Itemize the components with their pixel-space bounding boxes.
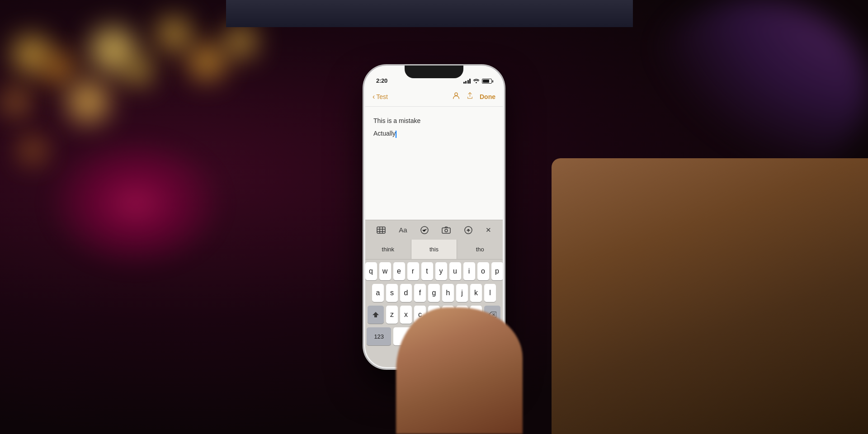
keyboard-row-1: q w e r t y u i o p: [367, 262, 501, 280]
bokeh-light-9: [226, 27, 255, 57]
battery-icon: [482, 79, 492, 84]
desk-surface: [552, 158, 868, 434]
key-o[interactable]: o: [477, 262, 489, 280]
wifi-icon: [473, 78, 480, 84]
autocomplete-think[interactable]: think: [365, 240, 411, 259]
bokeh-light-8: [190, 45, 224, 79]
back-chevron-icon: ‹: [373, 93, 375, 101]
key-r[interactable]: r: [407, 262, 419, 280]
notch: [405, 66, 463, 78]
purple-glow: [642, 0, 868, 181]
checklist-button[interactable]: [417, 224, 432, 236]
bokeh-light-4: [158, 18, 190, 50]
share-icon[interactable]: [467, 92, 473, 101]
svg-point-0: [476, 82, 477, 83]
format-button[interactable]: Aa: [395, 224, 410, 236]
status-icons: [463, 78, 492, 84]
arrow-button[interactable]: [461, 224, 476, 236]
key-y[interactable]: y: [435, 262, 447, 280]
table-button[interactable]: [373, 225, 389, 236]
close-keyboard-button[interactable]: ✕: [482, 224, 495, 236]
key-p[interactable]: p: [491, 262, 503, 280]
autocomplete-tho[interactable]: tho: [457, 240, 503, 259]
key-w[interactable]: w: [379, 262, 391, 280]
pink-glow: [45, 136, 226, 271]
autocomplete-this[interactable]: this: [411, 240, 458, 259]
key-e[interactable]: e: [393, 262, 405, 280]
bokeh-light-6: [68, 81, 108, 122]
autocomplete-bar: think this tho: [365, 240, 503, 259]
back-button[interactable]: ‹ Test: [373, 93, 388, 101]
back-label: Test: [376, 93, 388, 100]
key-i[interactable]: i: [463, 262, 475, 280]
svg-rect-2: [377, 227, 385, 233]
navigation-bar: ‹ Test Done: [365, 87, 503, 107]
svg-rect-8: [442, 228, 450, 233]
camera-button[interactable]: [438, 225, 454, 236]
key-t[interactable]: t: [421, 262, 433, 280]
bokeh-light-10: [23, 140, 43, 160]
signal-icon: [463, 79, 471, 84]
top-monitor: [226, 0, 633, 27]
note-content[interactable]: This is a mistake Actually: [365, 107, 503, 220]
status-time: 2:20: [376, 77, 387, 84]
bokeh-light-5: [5, 90, 27, 113]
person-icon[interactable]: [452, 92, 460, 102]
svg-point-9: [445, 229, 448, 232]
bokeh-light-7: [127, 59, 151, 84]
key-u[interactable]: u: [449, 262, 461, 280]
hand-silhouette: [344, 298, 524, 434]
done-button[interactable]: Done: [480, 93, 495, 100]
bokeh-light-2: [45, 54, 72, 81]
key-q[interactable]: q: [365, 262, 377, 280]
bokeh-light-1: [14, 36, 50, 72]
keyboard-toolbar: Aa: [365, 220, 503, 240]
nav-actions: Done: [452, 92, 495, 102]
svg-point-1: [455, 93, 458, 95]
note-line-2: Actually: [373, 128, 495, 138]
text-cursor: [396, 131, 396, 138]
note-line-1: This is a mistake: [373, 116, 495, 126]
